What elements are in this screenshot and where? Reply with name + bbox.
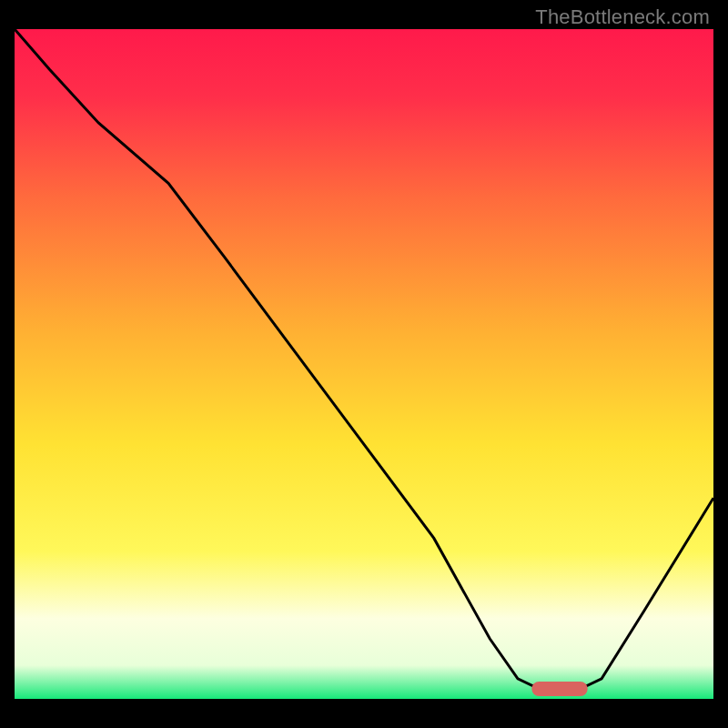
sweet-spot-marker <box>531 682 587 696</box>
gradient-background <box>15 29 713 699</box>
watermark-text: TheBottleneck.com <box>535 5 710 29</box>
bottleneck-chart <box>15 29 713 713</box>
chart-frame <box>15 29 713 713</box>
x-axis-band <box>15 699 713 713</box>
